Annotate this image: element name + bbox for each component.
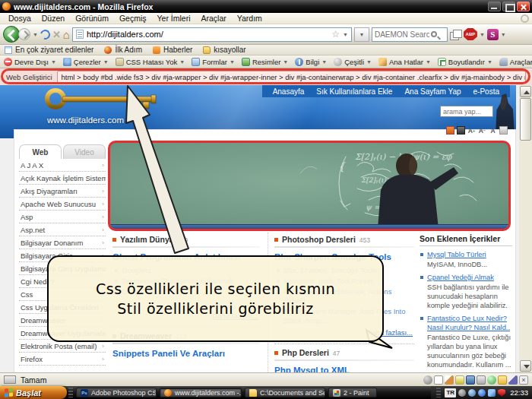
stylish-dropdown-icon[interactable]: ▼ <box>501 32 506 37</box>
menu-dosya[interactable]: Dosya <box>3 14 36 23</box>
search-box[interactable] <box>372 27 448 42</box>
bookmark-kisayollar[interactable]: kısayollar <box>203 46 245 54</box>
sidebar-item-aspnet[interactable]: Asp.net› <box>19 223 106 236</box>
menu-araclar[interactable]: Araçlar <box>195 14 231 23</box>
menu-gecmis[interactable]: Geçmiş <box>114 14 152 23</box>
language-indicator[interactable]: TR <box>445 388 456 397</box>
vertical-scrollbar[interactable] <box>519 85 532 372</box>
devtool-misc[interactable]: Çeşitli▼ <box>334 58 372 66</box>
home-button[interactable]: ⌂ <box>63 29 70 40</box>
nav-anasayfa[interactable]: Anasayfa <box>273 87 305 96</box>
devtool-images[interactable]: Resimler▼ <box>242 58 288 66</box>
task-paint[interactable]: 2 - Paint <box>328 388 377 397</box>
sidebar-item-firefox[interactable]: Firefox› <box>19 353 106 366</box>
history-dropdown-icon[interactable]: ▼ <box>33 32 38 37</box>
recent-link[interactable]: Cpanel Yedeği Almak <box>427 273 512 282</box>
article-link[interactable]: Php Mysql to XML <box>274 364 414 372</box>
article-link[interactable]: Snippets Paneli Ve Araçları <box>112 347 260 362</box>
site-search-input[interactable] <box>440 106 493 117</box>
pencil-icon[interactable] <box>445 375 454 385</box>
sidebar-item-akis-diyagramlari[interactable]: Akış Diyagramları› <box>19 185 106 198</box>
tab-web[interactable]: Web <box>19 144 62 159</box>
sidebar-item-asp[interactable]: Asp› <box>19 211 106 223</box>
font-default-icon[interactable]: A <box>489 126 497 135</box>
adblock-icon[interactable]: ABP <box>464 28 477 40</box>
antivirus-icon[interactable] <box>478 389 486 397</box>
stop-button[interactable]: ✕ <box>52 30 61 40</box>
layout-orange-icon[interactable] <box>446 126 454 135</box>
start-button[interactable]: Başlat <box>0 386 67 399</box>
layout-dark-icon[interactable] <box>457 126 465 135</box>
menu-yerimleri[interactable]: Yer İmleri <box>152 14 196 23</box>
bookmark-haberler[interactable]: Haberler <box>153 46 192 54</box>
maximize-button[interactable] <box>502 2 515 11</box>
url-text[interactable]: http://dijitalders.com/ <box>87 30 328 39</box>
devtool-cookies[interactable]: Çerezler▼ <box>63 58 109 66</box>
gear-icon[interactable] <box>423 375 432 385</box>
bookmark-most-visited[interactable]: En çok ziyaret edilenler <box>5 46 93 54</box>
scroll-down-icon[interactable] <box>520 360 531 372</box>
task-photoshop[interactable]: PsAdobe Photoshop CS... <box>76 388 157 397</box>
banner-selected-element[interactable]: Σ[2]ᵧ(ι) − k(ι)ψ(ι) = εφ Σ[2]ᵧ(ι) ∙ ψ(2)… <box>108 141 511 231</box>
security-alert-icon[interactable] <box>498 389 505 397</box>
nav-eposta[interactable]: e-Posta <box>473 87 499 96</box>
volume-icon[interactable] <box>458 389 466 397</box>
minimize-button[interactable] <box>488 2 501 11</box>
menu-duzen[interactable]: Düzen <box>36 14 70 23</box>
nav-ana-sayfam-yap[interactable]: Ana Sayfam Yap <box>404 87 461 96</box>
close-small-icon[interactable]: × <box>519 375 528 385</box>
url-dropdown-icon[interactable]: ▼ <box>343 32 348 37</box>
devtool-resize[interactable]: Boyutlandır▼ <box>438 58 492 66</box>
messenger-icon[interactable] <box>468 389 476 397</box>
bookmark-star-icon[interactable]: ☆ <box>331 30 340 39</box>
site-domain[interactable]: www.dijitalders.com <box>47 116 124 125</box>
task-firefox[interactable]: www.dijitalders.com -... <box>160 388 242 397</box>
save-icon[interactable] <box>466 375 475 385</box>
font-increase-icon[interactable]: A+ <box>467 126 476 135</box>
brush-icon[interactable] <box>508 375 518 385</box>
devtool-disable[interactable]: Devre Dışı▼ <box>4 58 56 66</box>
devtool-info[interactable]: Bilgi▼ <box>295 58 327 66</box>
search-engine-dropdown[interactable]: ▼ <box>354 27 369 42</box>
breadcrumb[interactable]: html > body #bd .wide fs3 > div #ja-wrap… <box>57 71 526 83</box>
sidebar-item-ajax[interactable]: A J A X› <box>19 159 106 172</box>
printer-icon[interactable] <box>477 375 486 385</box>
ietab-icon[interactable] <box>450 30 461 40</box>
document-icon[interactable] <box>434 375 443 385</box>
note-icon[interactable] <box>498 375 507 385</box>
forward-button[interactable] <box>18 28 30 40</box>
section-title[interactable]: Photoshop Dersleri <box>282 235 356 244</box>
scrollbar-thumb[interactable] <box>520 98 531 141</box>
sidebar-item-acik-kaynak[interactable]: Açık Kaynak İşletim Sistemleri› <box>19 172 106 185</box>
sidebar-item-apache[interactable]: Apache Web Sunucusu› <box>19 198 106 211</box>
url-bar[interactable]: http://dijitalders.com/ ☆ ▼ <box>72 27 352 42</box>
back-button[interactable] <box>3 26 20 43</box>
devtool-outline[interactable]: Ana Hatlar▼ <box>378 58 431 66</box>
stylish-icon[interactable]: S <box>487 29 499 40</box>
adblock-dropdown-icon[interactable]: ▼ <box>480 32 485 37</box>
font-decrease-icon[interactable]: A− <box>478 126 486 135</box>
print-icon[interactable] <box>499 126 508 135</box>
sidebar-item-donanim[interactable]: Bilgisayar Donanım› <box>19 236 106 249</box>
bookmark-ilk-adim[interactable]: İlk Adım <box>104 46 142 54</box>
task-explorer[interactable]: C:\Documents and Se... <box>245 388 325 397</box>
recent-link[interactable]: Fantastico De Lux Nedir? Nasıl Kurulur? … <box>427 314 512 332</box>
devtool-tools[interactable]: Araçlar▼ <box>499 58 532 66</box>
undo-icon[interactable] <box>487 375 496 385</box>
menu-gorunum[interactable]: Görünüm <box>70 14 114 23</box>
menu-yardim[interactable]: Yardım <box>232 14 268 23</box>
tab-video[interactable]: Video <box>63 144 106 159</box>
scroll-up-icon[interactable] <box>520 86 531 97</box>
refresh-button[interactable] <box>39 27 52 41</box>
devtool-css[interactable]: CSS Hatası Yok▼ <box>116 58 185 66</box>
close-button[interactable] <box>517 2 530 11</box>
bookmark-icon[interactable] <box>455 375 464 385</box>
devtool-forms[interactable]: Formlar▼ <box>192 58 235 66</box>
search-input[interactable] <box>375 30 429 39</box>
nav-sik-kullanilanlara-ekle[interactable]: Sık Kullanılanlara Ekle <box>316 87 392 96</box>
network-icon[interactable] <box>488 389 496 397</box>
section-title[interactable]: Yazılım Dünyası <box>120 235 180 244</box>
search-icon[interactable] <box>431 31 437 37</box>
section-title[interactable]: Php Dersleri <box>282 348 329 357</box>
recent-link[interactable]: Mysql Tablo Türleri <box>427 250 512 259</box>
